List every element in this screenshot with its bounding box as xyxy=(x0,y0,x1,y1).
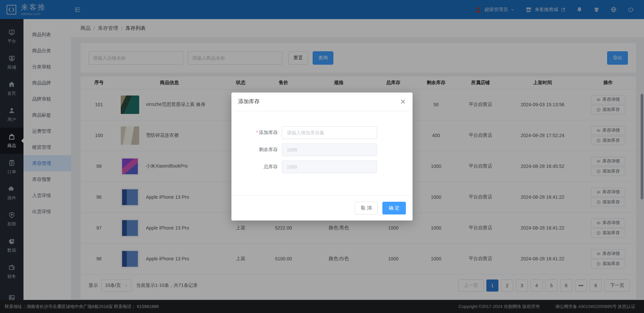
total-stock-label: 总库存 xyxy=(231,164,282,170)
close-icon[interactable]: ✕ xyxy=(400,98,406,105)
add-stock-input[interactable] xyxy=(282,126,377,139)
remaining-stock-label: 剩余库存 xyxy=(231,147,282,153)
required-asterisk: * xyxy=(256,130,258,135)
confirm-button[interactable]: 确 定 xyxy=(382,202,406,214)
scrollbar-thumb[interactable] xyxy=(641,94,643,199)
total-stock-input xyxy=(282,161,377,173)
remaining-stock-input xyxy=(282,143,377,156)
add-stock-label: *添加库存 xyxy=(231,130,282,136)
modal-title: 添加库存 xyxy=(238,98,260,105)
cancel-button[interactable]: 取 消 xyxy=(355,202,378,214)
add-inventory-modal: 添加库存 ✕ *添加库存 剩余库存 总库存 取 消 确 定 xyxy=(231,92,413,221)
